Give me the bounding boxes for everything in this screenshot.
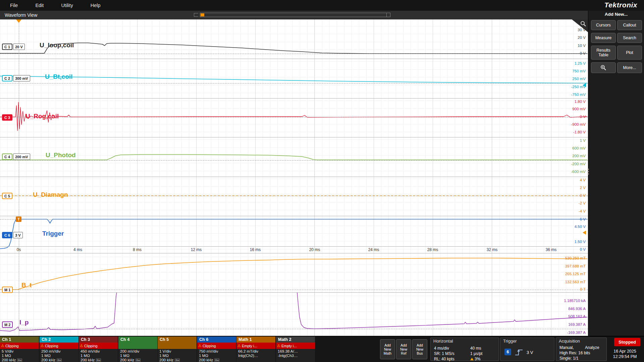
- add-new-bus-button[interactable]: AddNewBus: [412, 339, 427, 359]
- channel-status-math-2[interactable]: Math 2⚠Empty i...169.38 A/…-Intg(Ch3…: [276, 337, 315, 362]
- warning-text: Clipping: [45, 344, 58, 348]
- channel-tab: Math 2: [276, 337, 315, 343]
- channel-warning: ⚠Clipping: [0, 343, 39, 349]
- sidebar-button-measure[interactable]: Measure: [591, 33, 616, 43]
- trigger-time-line: [19, 19, 19, 336]
- scale-label-c1: 20 V: [545, 36, 586, 40]
- channel-label-c2[interactable]: U_Bt,coil: [45, 73, 72, 80]
- sidebar-button-plot[interactable]: Plot: [617, 46, 642, 60]
- channel-settings: 169.38 A/…-Intg(Ch3…: [276, 349, 315, 358]
- warning-icon: ⚠: [41, 344, 44, 348]
- channel-label-c4[interactable]: U_Photod: [46, 152, 76, 159]
- trigger-panel[interactable]: Trigger 6 3 V: [500, 338, 554, 361]
- channel-label-c3[interactable]: U_Rog,coil: [25, 113, 59, 120]
- add-new-ref-button[interactable]: AddNewRef: [396, 339, 411, 359]
- channel-badge-c1[interactable]: C 1: [2, 44, 12, 50]
- rising-edge-slope-icon: [515, 348, 523, 356]
- trace-c1: [0, 43, 587, 54]
- time-label: 4 ms: [67, 247, 89, 252]
- channel-badge-m1[interactable]: M 1: [2, 287, 13, 293]
- channel-status-ch-4[interactable]: Ch 4200 mV/div1 MΩ200 kHzBw: [118, 337, 157, 362]
- channel-settings: 66.2 mT/divIntg(Ch2)…: [236, 349, 275, 358]
- channel-badge-c2[interactable]: C 2: [2, 75, 12, 81]
- slice-separator: [0, 98, 588, 99]
- channel-status-ch-1[interactable]: Ch 1⚠Clipping5 V/div1 MΩ200 kHzBw: [0, 337, 39, 362]
- channel-label-c5[interactable]: U_Diamagn: [33, 191, 68, 198]
- sidebar-button-results-table[interactable]: Results Table: [591, 46, 616, 60]
- horizontal-pan-scrollbar[interactable]: [200, 13, 390, 17]
- channel-scale-c6[interactable]: 3 V: [13, 232, 23, 238]
- trigger-level-arrow-icon[interactable]: [583, 231, 586, 235]
- scale-label-m2: 508.162 A: [545, 314, 586, 318]
- bandwidth-badge: Bw: [17, 358, 22, 362]
- channel-label-m1[interactable]: B_t: [21, 282, 32, 289]
- bandwidth-badge: Bw: [136, 358, 141, 362]
- acquisition-panel[interactable]: Acquisition Manual, Analyze High Res: 16…: [556, 338, 607, 361]
- pan-left-icon[interactable]: [194, 13, 198, 17]
- menu-utility[interactable]: Utility: [52, 0, 82, 11]
- channel-badge-m2[interactable]: M 2: [2, 321, 13, 328]
- channel-status-ch-2[interactable]: Ch 2⚠Clipping250 mV/div1 MΩ200 kHzBw: [40, 337, 78, 362]
- channel-status-ch-5[interactable]: Ch 51 V/div1 MΩ200 kHzBw: [158, 337, 197, 362]
- ch2-offset-arrow-icon[interactable]: [583, 83, 586, 87]
- channel-badge-row-m2: M 2: [2, 321, 13, 328]
- oscilloscope-app: FileEditUtilityHelp Tektronix Waveform V…: [0, 0, 644, 362]
- channel-warning: ⚠Clipping: [79, 343, 118, 349]
- scale-label-c4: -200 mV: [545, 162, 586, 166]
- scale-label-c6: 6 V: [545, 217, 586, 221]
- channel-status-ch-3[interactable]: Ch 3⚠Clipping450 mV/div1 MΩ200 kHzBw: [79, 337, 118, 362]
- channel-badge-c6[interactable]: C 6: [2, 232, 12, 238]
- time-label: 32 ms: [481, 247, 503, 252]
- scale-label-m1: 0 T: [545, 287, 586, 291]
- horizontal-value: 3%: [470, 357, 480, 361]
- menu-help[interactable]: Help: [82, 0, 109, 11]
- warning-text: Clipping: [5, 344, 19, 348]
- channel-setting-line: 1 MΩ: [40, 354, 78, 358]
- channel-setting-line: 750 mV/div: [197, 349, 236, 354]
- scale-label-m2: 846.936 A: [545, 307, 586, 311]
- sidebar-button-search[interactable]: Search: [617, 33, 642, 43]
- scale-label-c6: 4.50 V: [545, 225, 586, 229]
- channel-setting-line: 66.2 mT/div: [236, 349, 275, 354]
- channel-label-m2[interactable]: I_p: [19, 319, 29, 326]
- channel-status-ch-6[interactable]: Ch 6⚠Clipping750 mV/div1 MΩ200 kHzBw: [197, 337, 236, 362]
- warning-icon: ⚠: [277, 344, 280, 348]
- horizontal-panel[interactable]: Horizontal 4 ms/div40 msSR: 1 MS/s1 µs/p…: [430, 338, 499, 361]
- time-label: 20 ms: [304, 247, 325, 252]
- pan-scrollbar-thumb[interactable]: [201, 13, 204, 16]
- sidebar-button-callout[interactable]: Callout: [617, 20, 642, 30]
- scale-label-c4: -600 mV: [545, 170, 586, 174]
- trigger-source-badge: 6: [504, 349, 511, 355]
- channel-badge-c4[interactable]: C 4: [2, 154, 12, 160]
- trigger-flag-badge[interactable]: T: [16, 217, 21, 222]
- channel-settings: 750 mV/div1 MΩ200 kHzBw: [197, 349, 236, 362]
- zero-reference-line-c3: [0, 117, 588, 117]
- trigger-position-marker-icon[interactable]: [16, 19, 21, 23]
- sidebar-button-zoom[interactable]: [591, 62, 616, 73]
- menu-file[interactable]: File: [1, 0, 26, 11]
- channel-label-c1[interactable]: U_loop,coil: [40, 42, 74, 49]
- channel-scale-c1[interactable]: 20 V: [13, 44, 25, 50]
- slice-separator: [0, 137, 588, 137]
- channel-scale-c2[interactable]: 300 mV: [13, 75, 30, 81]
- channel-status-math-1[interactable]: Math 1⚠Empty i...66.2 mT/divIntg(Ch2)…: [236, 337, 275, 362]
- magnifier-icon[interactable]: [580, 20, 587, 28]
- panel-splitter-handle[interactable]: •••: [587, 168, 590, 175]
- run-stop-button[interactable]: Stopped: [614, 338, 640, 346]
- channel-setting-line: 200 mV/div: [118, 349, 157, 354]
- channel-badge-c3[interactable]: C 3: [2, 114, 12, 121]
- channel-setting-line: 200 kHzBw: [40, 358, 78, 362]
- channel-badge-c5[interactable]: C 5: [2, 193, 12, 199]
- channel-setting-line: 200 kHzBw: [197, 358, 236, 362]
- sidebar-button-more[interactable]: More...: [617, 62, 642, 73]
- add-new-math-button[interactable]: AddNewMath: [380, 339, 395, 359]
- pan-right-endcap: [386, 13, 390, 17]
- trigger-panel-title: Trigger: [503, 339, 517, 344]
- channel-label-c6[interactable]: Trigger: [42, 230, 64, 237]
- acquisition-resolution: High Res: 16 bits: [559, 351, 590, 355]
- channel-setting-line: 1 MΩ: [197, 354, 236, 358]
- menu-edit[interactable]: Edit: [26, 0, 52, 11]
- channel-scale-c4[interactable]: 200 mV: [13, 154, 30, 160]
- sidebar-button-cursors[interactable]: Cursors: [591, 20, 616, 30]
- time-text: 12:29:54 PM: [608, 354, 642, 359]
